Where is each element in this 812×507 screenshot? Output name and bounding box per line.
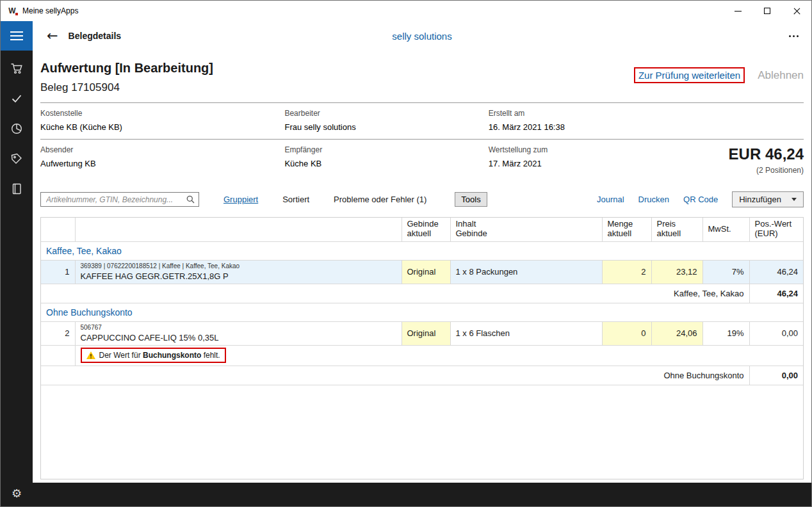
warning-icon <box>86 351 95 359</box>
meta-value: Küche KB (Küche KB) <box>40 122 284 132</box>
settings-button[interactable]: ⚙ <box>12 487 22 500</box>
gebinde-cell[interactable]: Original <box>402 321 450 345</box>
maximize-button[interactable] <box>752 1 782 21</box>
menge-cell[interactable]: 2 <box>602 260 651 284</box>
col-header-number <box>41 218 75 241</box>
table-row[interactable]: 1 369389 | 07622200188512 | Kaffee | Kaf… <box>41 260 803 284</box>
col-header-wert: Pos.-Wert (EUR) <box>749 218 803 241</box>
hamburger-icon <box>10 31 23 33</box>
grouped-toggle[interactable]: Gruppiert <box>223 195 258 204</box>
forward-for-review-button[interactable]: Zur Prüfung weiterleiten <box>634 67 745 83</box>
meta-label: Erstellt am <box>489 109 565 118</box>
validation-warning-row: Der Wert für Buchungskonto fehlt. <box>41 345 803 366</box>
brand-link[interactable]: selly solutions <box>392 31 451 42</box>
pie-chart-icon <box>10 122 23 135</box>
sorted-toggle[interactable]: Sortiert <box>282 195 309 204</box>
meta-value: 16. März 2021 16:38 <box>489 122 565 132</box>
row-description: 369389 | 07622200188512 | Kaffee | Kaffe… <box>75 260 402 284</box>
menge-cell[interactable]: 0 <box>602 321 651 345</box>
document-total: EUR 46,24 <box>729 145 804 163</box>
print-link[interactable]: Drucken <box>638 195 669 204</box>
table-row[interactable]: 2 506767 CAPPUCCINO CAFE-LIQ 15% 0,35L O… <box>41 321 803 345</box>
sidebar-item-cart[interactable] <box>10 62 23 75</box>
meta-label: Wertstellung zum <box>489 145 641 154</box>
article-meta: 506767 <box>81 324 396 332</box>
titlebar: W Meine sellyApps <box>1 1 811 21</box>
group-header[interactable]: Kaffee, Tee, Kakao <box>41 241 803 260</box>
tools-button[interactable]: Tools <box>455 192 487 207</box>
subtotal-label: Kaffee, Tee, Kakao <box>41 284 749 303</box>
row-number: 1 <box>41 260 75 284</box>
mwst-cell: 7% <box>702 260 749 284</box>
minimize-icon <box>735 11 742 12</box>
inhalt-cell: 1 x 8 Packungen <box>450 260 602 284</box>
col-header-mwst: MwSt. <box>702 218 749 241</box>
tag-icon <box>10 152 23 165</box>
checkmark-icon <box>10 92 23 105</box>
col-header-menge: Menge aktuell <box>602 218 651 241</box>
minimize-button[interactable] <box>723 1 752 21</box>
article-name: KAFFEE HAG GEGR.GETR.25X1,8G P <box>81 271 396 281</box>
status-bar <box>33 483 811 506</box>
app-window: W Meine sellyApps <box>0 0 812 507</box>
book-icon <box>10 182 23 195</box>
preis-cell[interactable]: 23,12 <box>651 260 702 284</box>
meta-row-1: Kostenstelle Küche KB (Küche KB) Bearbei… <box>40 103 804 140</box>
col-header-gebinde: Gebinde aktuell <box>402 218 450 241</box>
meta-label: Kostenstelle <box>40 109 284 118</box>
add-button[interactable]: Hinzufügen <box>732 191 804 207</box>
problems-filter[interactable]: Probleme oder Fehler (1) <box>334 195 426 204</box>
group-header[interactable]: Ohne Buchungskonto <box>41 303 803 321</box>
meta-label: Bearbeiter <box>284 109 488 118</box>
more-menu-button[interactable] <box>789 35 799 37</box>
hamburger-menu-button[interactable] <box>1 21 33 51</box>
sidebar-item-reports[interactable] <box>10 122 23 135</box>
sidebar-item-tags[interactable] <box>10 152 23 165</box>
wert-cell: 0,00 <box>749 321 803 345</box>
app-header: ← Belegdetails selly solutions <box>33 21 811 51</box>
gear-icon: ⚙ <box>12 487 22 500</box>
maximize-icon <box>764 8 770 14</box>
col-header-description <box>75 218 402 241</box>
meta-value: Frau selly solutions <box>284 122 488 132</box>
close-icon <box>793 7 801 15</box>
article-name: CAPPUCCINO CAFE-LIQ 15% 0,35L <box>81 333 396 342</box>
chevron-down-icon <box>792 198 797 201</box>
window-title: Meine sellyApps <box>22 6 78 15</box>
search-icon <box>186 195 195 204</box>
sidebar: ⚙ <box>1 21 33 506</box>
close-button[interactable] <box>782 1 811 21</box>
toolbar: Gruppiert Sortiert Probleme oder Fehler … <box>40 191 804 207</box>
meta-label: Absender <box>40 145 284 154</box>
meta-value: Aufwertung KB <box>40 159 284 168</box>
mwst-cell: 19% <box>702 321 749 345</box>
page-title: Belegdetails <box>69 31 121 41</box>
back-arrow-icon: ← <box>47 28 58 44</box>
positions-count: (2 Positionen) <box>729 166 804 175</box>
subtotal-label: Ohne Buchungskonto <box>41 366 749 385</box>
validation-warning: Der Wert für Buchungskonto fehlt. <box>81 348 226 363</box>
document-number: Beleg 17105904 <box>40 81 213 94</box>
preis-cell[interactable]: 24,06 <box>651 321 702 345</box>
sidebar-item-journal[interactable] <box>10 182 23 195</box>
article-meta: 369389 | 07622200188512 | Kaffee | Kaffe… <box>81 262 396 270</box>
add-button-label: Hinzufügen <box>739 195 781 204</box>
back-button[interactable]: ← <box>47 29 58 43</box>
meta-value: Küche KB <box>284 159 488 168</box>
qr-code-link[interactable]: QR Code <box>683 195 718 204</box>
app-logo-icon: W <box>7 6 17 16</box>
content-area: Aufwertung [In Bearbeitung] Beleg 171059… <box>33 51 811 483</box>
gebinde-cell[interactable]: Original <box>402 260 450 284</box>
subtotal-value: 0,00 <box>749 366 803 385</box>
more-icon <box>789 35 791 37</box>
col-header-preis: Preis aktuell <box>651 218 702 241</box>
reject-button[interactable]: Ablehnen <box>758 69 804 82</box>
col-header-inhalt: Inhalt Gebinde <box>450 218 602 241</box>
document-title: Aufwertung [In Bearbeitung] <box>40 61 213 76</box>
search-input[interactable] <box>40 192 199 207</box>
sidebar-item-approvals[interactable] <box>10 92 23 105</box>
group-subtotal: Ohne Buchungskonto 0,00 <box>41 366 803 385</box>
journal-link[interactable]: Journal <box>597 195 624 204</box>
meta-value: 17. März 2021 <box>489 159 641 168</box>
table-header-row: Gebinde aktuell Inhalt Gebinde Menge akt… <box>41 218 803 241</box>
